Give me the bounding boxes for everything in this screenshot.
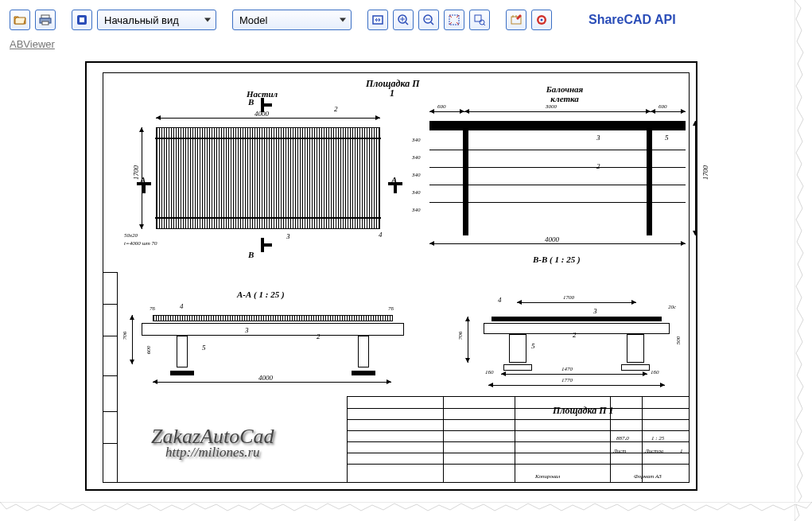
dim-1770t: 1770: [561, 377, 573, 383]
zoom-extents-button[interactable]: [444, 10, 464, 30]
chevron-down-icon: [204, 18, 211, 22]
ref-2d: 2: [573, 331, 577, 339]
dim-deck-width: [156, 118, 380, 119]
dim-4000b: 4000: [545, 235, 559, 243]
dim-600c: 600: [146, 346, 152, 355]
dim-1700: 1700: [132, 165, 140, 180]
layout-select-value: Model: [239, 14, 267, 26]
tb-sheet: Лист: [613, 448, 626, 454]
section-aa: [142, 312, 404, 375]
main-title-2: 1: [390, 87, 394, 99]
tb-scale: 1 : 25: [651, 435, 664, 441]
grid-label: Балочная клетка: [533, 84, 596, 103]
chevron-down-icon: [340, 18, 346, 22]
section-bb: [477, 312, 676, 375]
dim-76b: 76: [388, 305, 394, 312]
mark-b2: В: [248, 250, 254, 259]
layout-select[interactable]: Model: [232, 10, 352, 30]
sharecad-api-link[interactable]: ShareCAD API: [589, 13, 676, 27]
ref-3c: 3: [245, 326, 249, 334]
dim-76a: 76: [150, 305, 155, 312]
dim-160a: 160: [485, 369, 494, 375]
ref-2b: 2: [596, 162, 600, 170]
dim-grid-4000: [429, 243, 686, 244]
watermark-line2: http://miliones.ru: [151, 445, 274, 460]
ref-2c: 2: [317, 332, 321, 340]
zoom-out-button[interactable]: [418, 10, 439, 30]
dim-1700b: 1700: [701, 165, 709, 180]
dim-4000c: 4000: [258, 374, 273, 382]
ref-2a: 2: [334, 105, 338, 113]
ref-4c: 4: [498, 296, 502, 304]
revision-strip: [103, 272, 118, 482]
abviewer-link[interactable]: ABViewer: [10, 38, 55, 50]
torn-edge-right: [795, 0, 812, 521]
dim-1470t: 1470: [561, 366, 573, 372]
dim-706b: [468, 317, 468, 363]
dim-340a: 340: [412, 137, 421, 143]
dim-160b: 160: [651, 369, 659, 375]
svg-rect-0: [41, 15, 49, 18]
drawing-canvas[interactable]: Площадка П 1 Настил Балочная клетка В В …: [10, 55, 789, 500]
dim-50x20: 50x20: [124, 232, 138, 239]
dim-20s: 20с: [668, 304, 676, 310]
watermark: ZakazAutoCad http://miliones.ru: [151, 426, 274, 460]
dim-500: 500: [675, 336, 682, 345]
tb-title: Площадка П 1: [553, 405, 614, 417]
svg-rect-4: [80, 17, 84, 22]
view-select-value: Начальный вид: [104, 14, 179, 26]
dim-1700t: 1700: [563, 294, 574, 301]
help-button[interactable]: [531, 10, 552, 30]
dim-grid-1700: [695, 121, 696, 235]
dim-600-l: [429, 111, 464, 112]
dim-1700c: [517, 302, 636, 303]
torn-edge-bottom: [0, 502, 812, 521]
svg-point-14: [541, 19, 543, 21]
dim-706bt: 706: [457, 332, 464, 340]
dim-deck-height: [142, 127, 142, 229]
dim-aa-4000: [153, 382, 391, 383]
ref-4b: 4: [180, 302, 184, 310]
open-button[interactable]: [10, 10, 30, 30]
print-button[interactable]: [35, 10, 56, 30]
dim-600: 600: [437, 103, 446, 110]
drawing-frame: Площадка П 1 Настил Балочная клетка В В …: [103, 72, 690, 483]
view-select[interactable]: Начальный вид: [97, 10, 216, 30]
dim-600r: 600: [659, 103, 667, 110]
watermark-line1: ZakazAutoCad: [151, 425, 274, 448]
zoom-in-button[interactable]: [393, 10, 414, 30]
ref-3a: 3: [286, 232, 290, 240]
zoom-window-button[interactable]: [469, 10, 490, 30]
dim-340c: 340: [412, 172, 421, 178]
section-mark-b-top: [261, 103, 272, 107]
drawing-sheet: Площадка П 1 Настил Балочная клетка В В …: [85, 61, 697, 491]
deck-plan: [156, 127, 380, 229]
svg-rect-2: [42, 21, 49, 25]
ref-4a: 4: [379, 231, 383, 239]
bb-title: В-В ( 1 : 25 ): [533, 255, 581, 264]
dim-706: [132, 315, 133, 364]
aa-title: А-А ( 1 : 25 ): [237, 290, 285, 299]
ref-3d: 3: [593, 307, 597, 315]
tb-sheets: Листов: [645, 448, 663, 454]
tb-mass: 887,0: [616, 435, 629, 441]
ref-5b: 5: [202, 344, 206, 352]
ref-5a: 5: [665, 134, 669, 142]
dim-340e: 340: [412, 207, 421, 213]
fullscreen-button[interactable]: [72, 10, 92, 30]
fit-width-button[interactable]: [367, 10, 388, 30]
settings-button[interactable]: [506, 10, 526, 30]
dim-3000-t: 3000: [546, 103, 557, 110]
dim-706t: 706: [122, 332, 128, 340]
mark-b: В: [248, 97, 254, 107]
grid-plan: [429, 121, 686, 235]
section-mark-b-bottom: [261, 243, 272, 247]
ref-5c: 5: [531, 342, 535, 350]
ref-3b: 3: [596, 134, 600, 142]
dim-t4000: t=4000 шт 70: [124, 240, 157, 247]
tb-copier: Копировал: [535, 473, 560, 480]
dim-4000: 4000: [254, 110, 269, 118]
title-block: Площадка П 1 887,0 1 : 25 Лист Листов 1 …: [347, 396, 689, 482]
dim-1470: [501, 374, 647, 375]
dim-3000: [464, 111, 651, 112]
